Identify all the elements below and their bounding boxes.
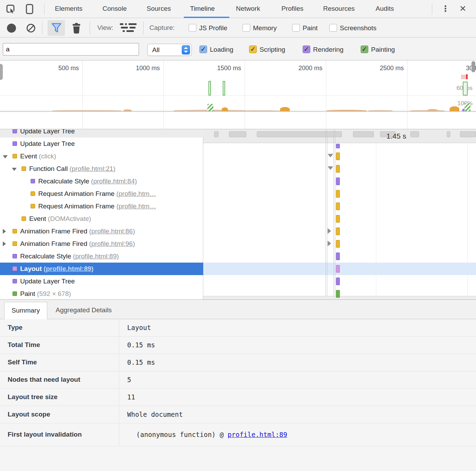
graph-expand-icon[interactable] bbox=[328, 154, 333, 157]
record-name: Update Layer Tree bbox=[20, 129, 75, 135]
record-row-recalculate-style[interactable]: Recalculate Style (profile.html:89) bbox=[0, 250, 203, 263]
record-title: Event (DOMActivate) bbox=[29, 215, 91, 223]
graph-event-bar-rendering[interactable] bbox=[336, 253, 340, 260]
category-checkbox-loading[interactable]: ✓ bbox=[199, 46, 207, 53]
record-source-link[interactable]: (profile.htm… bbox=[116, 203, 156, 210]
expand-open-icon[interactable] bbox=[3, 155, 8, 158]
tab-resources[interactable]: Resources bbox=[323, 5, 355, 13]
record-title: Request Animation Frame (profile.htm… bbox=[38, 203, 156, 210]
category-checkbox-rendering[interactable]: ✓ bbox=[303, 46, 310, 53]
record-row-content: Request Animation Frame (profile.htm… bbox=[0, 188, 203, 200]
scripting-category-icon bbox=[22, 216, 26, 221]
graph-event-bar-scripting[interactable] bbox=[336, 215, 340, 223]
record-row-update-layer-tree[interactable]: Update Layer Tree bbox=[0, 129, 203, 138]
menu-dots-icon[interactable]: ⋮ bbox=[441, 5, 450, 13]
graph-expand-icon[interactable] bbox=[328, 166, 333, 170]
summary-column-divider bbox=[119, 319, 119, 446]
record-row-update-layer-tree[interactable]: Update Layer Tree bbox=[0, 138, 203, 150]
summary-row-label: Layout tree size bbox=[8, 393, 58, 401]
record-row-request-animation-frame[interactable]: Request Animation Frame (profile.htm… bbox=[0, 200, 203, 213]
scripting-category-icon bbox=[31, 191, 35, 196]
ruler-gridline bbox=[245, 60, 245, 129]
tab-profiles[interactable]: Profiles bbox=[281, 5, 303, 13]
trash-icon[interactable] bbox=[72, 23, 81, 34]
record-row-update-layer-tree[interactable]: Update Layer Tree bbox=[0, 275, 203, 288]
type-filter-select[interactable]: All bbox=[147, 44, 192, 56]
device-toolbar-icon[interactable] bbox=[26, 4, 33, 14]
ruler-tick-label: 1500 ms bbox=[206, 65, 241, 72]
record-row-event[interactable]: Event (click) bbox=[0, 150, 203, 163]
graph-event-bar-scripting[interactable] bbox=[336, 240, 340, 248]
graph-event-bar-rendering[interactable] bbox=[336, 177, 340, 185]
category-checkbox-painting[interactable]: ✓ bbox=[361, 46, 368, 53]
summary-row-label: First layout invalidation bbox=[8, 431, 82, 438]
tab-elements[interactable]: Elements bbox=[55, 5, 82, 13]
fps-label: 60 fps bbox=[445, 85, 473, 92]
record-row-recalculate-style[interactable]: Recalculate Style (profile.html:84) bbox=[0, 175, 203, 188]
record-source-link[interactable]: (profile.html:86) bbox=[89, 228, 135, 235]
vertical-scrollbar-thumb[interactable] bbox=[471, 61, 475, 72]
graph-event-bar-scripting[interactable] bbox=[336, 190, 340, 198]
timeline-overview[interactable]: 500 ms1000 ms1500 ms2000 ms2500 ms3000 6… bbox=[0, 60, 476, 129]
graph-expand-icon[interactable] bbox=[328, 241, 331, 246]
category-checkbox-scripting[interactable]: ✓ bbox=[249, 46, 257, 53]
graph-event-bar-scripting[interactable] bbox=[336, 228, 340, 235]
graph-event-bar-layout[interactable] bbox=[336, 265, 340, 273]
capture-checkbox-paint[interactable] bbox=[292, 24, 300, 32]
details-section: Summary Aggregated Details TypeLayoutTot… bbox=[0, 299, 476, 471]
clear-icon[interactable] bbox=[26, 24, 35, 33]
records-graph-pane[interactable]: 1.45 s bbox=[203, 129, 476, 299]
tab-timeline[interactable]: Timeline bbox=[190, 5, 215, 13]
record-source-link[interactable]: (profile.html:21) bbox=[69, 165, 115, 172]
tab-sources[interactable]: Sources bbox=[147, 5, 171, 13]
inspect-element-icon[interactable] bbox=[6, 4, 16, 14]
record-row-animation-frame-fired[interactable]: Animation Frame Fired (profile.html:96) bbox=[0, 238, 203, 250]
close-icon[interactable]: ✕ bbox=[459, 5, 466, 13]
graph-event-bar-rendering[interactable] bbox=[336, 144, 340, 148]
record-row-layout[interactable]: Layout (profile.html:89) bbox=[0, 263, 203, 275]
record-row-content: Animation Frame Fired (profile.html:96) bbox=[0, 238, 203, 250]
collapsed-record-bar bbox=[447, 131, 450, 137]
view-mode-icon[interactable] bbox=[120, 23, 137, 32]
graph-expand-icon[interactable] bbox=[328, 228, 331, 234]
record-source-link[interactable]: (profile.html:96) bbox=[89, 240, 135, 247]
record-row-request-animation-frame[interactable]: Request Animation Frame (profile.htm… bbox=[0, 188, 203, 200]
expand-closed-icon[interactable] bbox=[3, 241, 6, 246]
divider bbox=[143, 21, 143, 34]
source-link[interactable]: profile.html:89 bbox=[228, 431, 287, 438]
graph-event-bar-scripting[interactable] bbox=[336, 203, 340, 210]
event-bracket-line bbox=[326, 130, 326, 296]
overview-left-grip[interactable] bbox=[0, 64, 3, 80]
graph-event-bar-scripting[interactable] bbox=[336, 152, 340, 160]
summary-row-label: Total Time bbox=[8, 341, 40, 349]
record-button[interactable] bbox=[7, 24, 16, 33]
graph-event-bar-painting[interactable] bbox=[336, 290, 340, 298]
capture-checkbox-memory[interactable] bbox=[243, 24, 250, 32]
record-row-event[interactable]: Event (DOMActivate) bbox=[0, 213, 203, 225]
graph-event-bar-rendering[interactable] bbox=[336, 278, 340, 285]
cpu-baseline bbox=[0, 111, 476, 112]
record-source-link[interactable]: (profile.html:84) bbox=[91, 177, 137, 185]
tab-summary[interactable]: Summary bbox=[4, 302, 47, 319]
filter-text-input[interactable] bbox=[3, 43, 139, 56]
divider bbox=[432, 4, 432, 15]
record-source-link[interactable]: (profile.html:89) bbox=[73, 253, 119, 260]
record-row-paint[interactable]: Paint (592 × 678) bbox=[0, 288, 203, 299]
graph-event-bar-scripting[interactable] bbox=[336, 165, 340, 173]
record-row-content: Recalculate Style (profile.html:89) bbox=[0, 250, 203, 263]
event-bracket-line bbox=[335, 130, 335, 296]
capture-checkbox-screenshots[interactable] bbox=[329, 24, 337, 32]
ruler-tick-label: 1000 ms bbox=[125, 65, 160, 72]
tab-audits[interactable]: Audits bbox=[376, 5, 394, 13]
record-source-link[interactable]: (profile.html:89) bbox=[44, 265, 94, 272]
filter-icon[interactable] bbox=[51, 23, 62, 33]
expand-closed-icon[interactable] bbox=[3, 229, 6, 234]
capture-checkbox-js-profile[interactable] bbox=[189, 24, 196, 32]
tab-console[interactable]: Console bbox=[102, 5, 127, 13]
expand-open-icon[interactable] bbox=[12, 168, 17, 171]
tab-network[interactable]: Network bbox=[236, 5, 260, 13]
record-row-animation-frame-fired[interactable]: Animation Frame Fired (profile.html:86) bbox=[0, 225, 203, 238]
tab-aggregated-details[interactable]: Aggregated Details bbox=[52, 302, 115, 319]
record-row-function-call[interactable]: Function Call (profile.html:21) bbox=[0, 163, 203, 175]
record-source-link[interactable]: (profile.htm… bbox=[116, 190, 156, 197]
